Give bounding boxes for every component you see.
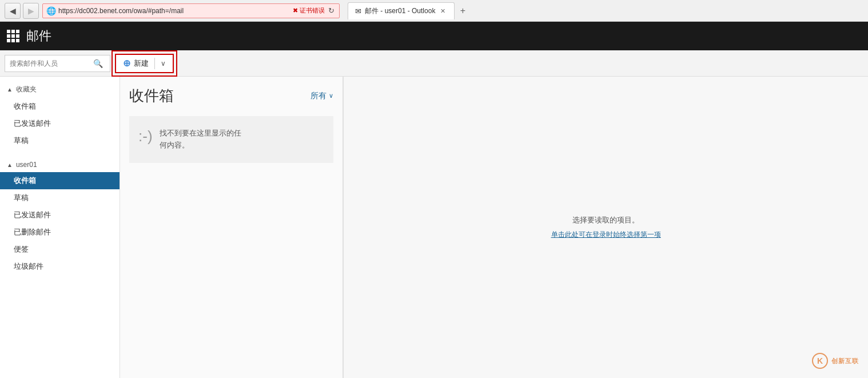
- empty-text: 找不到要在这里显示的任 何内容。: [160, 128, 241, 152]
- tab-label: 邮件 - user01 - Outlook: [365, 6, 435, 16]
- forward-button[interactable]: ▶: [23, 3, 39, 19]
- sidebar-item-sent-favorites[interactable]: 已发送邮件: [0, 115, 120, 132]
- reading-pane: 选择要读取的项目。 单击此处可在登录时始终选择第一项: [343, 77, 868, 378]
- app-grid-icon[interactable]: [7, 30, 19, 42]
- address-text: https://dc002.benet.com/owa/#path=/mail: [58, 7, 288, 15]
- empty-state: :-) 找不到要在这里显示的任 何内容。: [129, 116, 333, 163]
- sidebar-item-inbox-user[interactable]: 收件箱: [0, 172, 120, 189]
- cert-error: ✖ 证书错误: [293, 6, 325, 15]
- divider: [154, 58, 155, 69]
- reading-pane-content: 选择要读取的项目。 单击此处可在登录时始终选择第一项: [540, 204, 672, 251]
- chevron-down-icon: ▲: [7, 86, 13, 93]
- mail-list-header: 收件箱 所有 ∨: [120, 77, 343, 110]
- sidebar-item-deleted-user[interactable]: 已删除邮件: [0, 224, 120, 241]
- reading-pane-link[interactable]: 单击此处可在登录时始终选择第一项: [551, 230, 661, 240]
- content-area: 收件箱 所有 ∨ :-) 找不到要在这里显示的任 何内容。: [120, 77, 868, 378]
- sidebar: ▲ 收藏夹 收件箱 已发送邮件 草稿 ▲ user01 收件箱 草稿: [0, 77, 120, 378]
- mail-tab[interactable]: ✉ 邮件 - user01 - Outlook ✕: [348, 2, 455, 19]
- browser-chrome: ◀ ▶ 🌐 https://dc002.benet.com/owa/#path=…: [0, 0, 868, 22]
- new-mail-button[interactable]: ⊕ 新建 ∨: [115, 54, 174, 73]
- back-button[interactable]: ◀: [5, 3, 21, 19]
- toolbar: 🔍 ⊕ 新建 ∨: [0, 50, 868, 77]
- filter-button[interactable]: 所有 ∨: [310, 91, 333, 101]
- inbox-title: 收件箱: [129, 86, 174, 106]
- app-title: 邮件: [26, 27, 51, 45]
- sidebar-item-draft-user[interactable]: 草稿: [0, 189, 120, 206]
- search-input[interactable]: [10, 59, 90, 67]
- plus-icon: ⊕: [123, 58, 130, 69]
- user-label: user01: [16, 161, 37, 169]
- user-section-header[interactable]: ▲ user01: [0, 157, 120, 172]
- favorites-section-header[interactable]: ▲ 收藏夹: [0, 81, 120, 98]
- spacer: [0, 149, 120, 155]
- refresh-button[interactable]: ↻: [327, 5, 336, 16]
- new-tab-button[interactable]: +: [455, 3, 471, 19]
- chevron-down-icon: ∨: [329, 92, 333, 100]
- sidebar-item-junk-user[interactable]: 垃圾邮件: [0, 258, 120, 275]
- smiley-icon: :-): [138, 128, 153, 145]
- new-btn-wrapper: ⊕ 新建 ∨: [115, 54, 174, 73]
- favorites-label: 收藏夹: [16, 85, 37, 94]
- sidebar-item-sent-user[interactable]: 已发送邮件: [0, 206, 120, 224]
- address-bar-icon: 🌐: [46, 6, 56, 15]
- search-bar[interactable]: 🔍: [5, 55, 110, 72]
- cert-error-icon: ✖: [293, 7, 298, 14]
- watermark: K 创新互联: [812, 353, 859, 369]
- watermark-text: 创新互联: [831, 357, 859, 365]
- tab-bar: ✉ 邮件 - user01 - Outlook ✕ +: [348, 2, 471, 19]
- reading-pane-hint: 选择要读取的项目。: [551, 215, 661, 225]
- top-bar: 邮件: [0, 22, 868, 50]
- app-container: 邮件 🔍 ⊕ 新建 ∨ ▲ 收藏夹 收件箱: [0, 22, 868, 378]
- main-layout: ▲ 收藏夹 收件箱 已发送邮件 草稿 ▲ user01 收件箱 草稿: [0, 77, 868, 378]
- nav-buttons: ◀ ▶: [5, 3, 39, 19]
- new-mail-label: 新建: [134, 58, 149, 69]
- watermark-logo: K: [812, 353, 828, 369]
- filter-label: 所有: [310, 91, 327, 101]
- mail-list-panel: 收件箱 所有 ∨ :-) 找不到要在这里显示的任 何内容。: [120, 77, 343, 378]
- address-bar-container[interactable]: 🌐 https://dc002.benet.com/owa/#path=/mai…: [42, 3, 340, 18]
- sidebar-item-inbox-favorites[interactable]: 收件箱: [0, 98, 120, 115]
- close-tab-button[interactable]: ✕: [439, 7, 447, 15]
- chevron-down-icon[interactable]: ∨: [161, 59, 166, 67]
- sidebar-item-notes-user[interactable]: 便签: [0, 241, 120, 258]
- sidebar-item-draft-favorites[interactable]: 草稿: [0, 132, 120, 149]
- chevron-down-icon: ▲: [7, 162, 13, 168]
- tab-icon: ✉: [355, 7, 361, 15]
- search-icon[interactable]: 🔍: [93, 59, 103, 68]
